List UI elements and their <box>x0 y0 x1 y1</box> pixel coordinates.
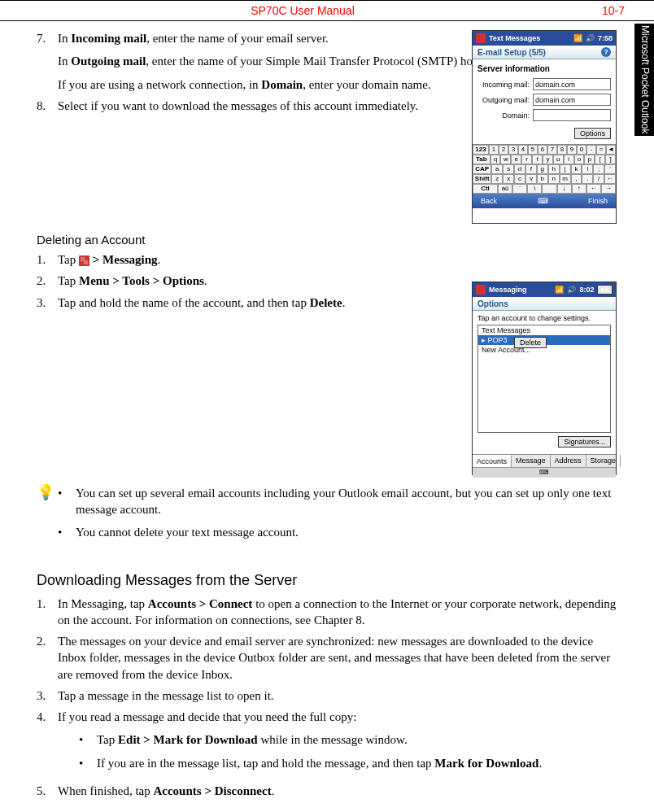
account-item[interactable]: Text Messages <box>478 325 610 335</box>
key[interactable]: ◄ <box>606 145 616 155</box>
tab[interactable]: Storage <box>586 455 621 467</box>
key[interactable]: \ <box>527 184 542 194</box>
key[interactable]: [ <box>595 155 605 164</box>
step-number: 4. <box>37 709 58 778</box>
key[interactable]: ← <box>604 174 616 184</box>
key[interactable]: ' <box>604 164 616 174</box>
key[interactable]: 4 <box>518 145 528 155</box>
key[interactable]: ← <box>586 184 601 194</box>
key[interactable]: j <box>560 164 571 174</box>
bullet: • <box>79 731 97 748</box>
key[interactable]: u <box>553 155 564 164</box>
key[interactable]: b <box>537 174 548 184</box>
key[interactable]: w <box>500 155 511 164</box>
downloading-heading: Downloading Messages from the Server <box>37 572 617 589</box>
titlebar: Messaging 📶 🔊 8:02 ok <box>473 282 616 297</box>
key[interactable]: 5 <box>528 145 538 155</box>
accounts-listbox[interactable]: Text Messages▸ POP3New Account...Delete <box>477 325 611 433</box>
key[interactable]: f <box>525 164 537 174</box>
key[interactable]: 7 <box>547 145 557 155</box>
key[interactable]: q <box>490 155 501 164</box>
key[interactable]: z <box>491 174 503 184</box>
key[interactable]: / <box>593 174 604 184</box>
note-item: •You can set up several email accounts i… <box>58 485 617 518</box>
key[interactable]: a <box>491 164 503 174</box>
text-input[interactable]: domain.com <box>533 94 611 106</box>
step-text: In Messaging, tap Accounts > Connect to … <box>58 596 617 629</box>
key[interactable]: ; <box>593 164 604 174</box>
step-number: 7. <box>37 30 58 93</box>
key[interactable]: ↑ <box>572 184 586 194</box>
key[interactable]: - <box>586 145 596 155</box>
step-item: 5.When finished, tap Accounts > Disconne… <box>37 783 617 799</box>
signatures-button[interactable]: Signatures... <box>558 436 611 447</box>
key[interactable]: m <box>560 174 571 184</box>
help-icon[interactable]: ? <box>601 47 611 57</box>
ok-button[interactable]: ok <box>597 285 613 295</box>
key[interactable]: = <box>596 145 606 155</box>
sip-bar[interactable]: ⌨ <box>473 467 616 478</box>
key[interactable]: Shift <box>473 174 491 184</box>
bullet: • <box>79 755 97 771</box>
key[interactable]: CAP <box>473 164 491 174</box>
key[interactable]: 1 <box>489 145 499 155</box>
key[interactable]: k <box>571 164 582 174</box>
key[interactable]: s <box>503 164 514 174</box>
key[interactable]: t <box>532 155 543 164</box>
key[interactable]: i <box>564 155 574 164</box>
sip-icon[interactable]: ⌨ <box>538 197 548 205</box>
key[interactable]: 2 <box>499 145 508 155</box>
context-menu-delete[interactable]: Delete <box>514 337 547 348</box>
key[interactable]: v <box>525 174 537 184</box>
tab[interactable]: Accounts <box>473 455 512 467</box>
finish-button[interactable]: Finish <box>588 197 608 205</box>
key[interactable]: p <box>584 155 595 164</box>
key[interactable]: e <box>511 155 521 164</box>
text-input[interactable]: domain.com <box>533 78 611 90</box>
key[interactable]: c <box>514 174 525 184</box>
key[interactable]: o <box>574 155 585 164</box>
key[interactable] <box>542 184 556 194</box>
key[interactable]: 123 <box>473 145 489 155</box>
key[interactable]: 6 <box>538 145 547 155</box>
key[interactable]: 8 <box>557 145 567 155</box>
key[interactable]: áü <box>498 184 512 194</box>
key[interactable]: ` <box>512 184 527 194</box>
key[interactable]: ↓ <box>557 184 572 194</box>
key[interactable]: . <box>582 174 593 184</box>
key[interactable]: d <box>514 164 525 174</box>
start-icon[interactable] <box>476 285 486 295</box>
key[interactable]: l <box>582 164 593 174</box>
step-item: 1.In Messaging, tap Accounts > Connect t… <box>37 596 617 629</box>
key[interactable]: Tab <box>473 155 490 164</box>
key[interactable]: ] <box>605 155 616 164</box>
field-label: Outgoing mail: <box>477 96 533 104</box>
key[interactable]: h <box>548 164 560 174</box>
instruction-text: Tap an account to change settings. <box>477 314 611 322</box>
back-button[interactable]: Back <box>481 197 497 205</box>
note-text: You can set up several email accounts in… <box>76 485 617 518</box>
titlebar-text: Text Messages <box>489 34 540 42</box>
step-item: 2.The messages on your device and email … <box>37 633 617 683</box>
key[interactable]: 0 <box>577 145 586 155</box>
key[interactable]: 9 <box>567 145 577 155</box>
options-button[interactable]: Options <box>574 128 611 139</box>
tabs[interactable]: AccountsMessageAddressStorage <box>473 454 616 467</box>
key[interactable]: , <box>571 174 582 184</box>
key[interactable]: → <box>601 184 616 194</box>
key[interactable]: x <box>503 174 514 184</box>
key[interactable]: Ctl <box>473 184 498 194</box>
tab[interactable]: Address <box>551 455 586 467</box>
key[interactable]: 3 <box>508 145 518 155</box>
text-input[interactable] <box>533 109 611 121</box>
key[interactable]: n <box>548 174 560 184</box>
lightbulb-icon: 💡 <box>37 485 58 548</box>
tab[interactable]: Message <box>512 455 551 467</box>
form-row: Incoming mail:domain.com <box>477 78 611 90</box>
section-label: Server information <box>477 64 611 73</box>
key[interactable]: r <box>521 155 532 164</box>
start-icon[interactable] <box>476 33 486 43</box>
key[interactable]: g <box>537 164 548 174</box>
key[interactable]: y <box>543 155 553 164</box>
soft-keyboard[interactable]: 1231234567890-=◄Tabqwertyuiop[]CAPasdfgh… <box>473 144 616 194</box>
